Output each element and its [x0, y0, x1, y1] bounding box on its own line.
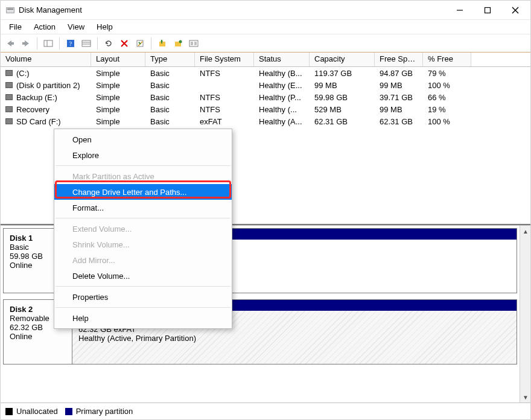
volume-row[interactable]: (C:) Simple Basic NTFS Healthy (B... 119…	[1, 67, 530, 79]
toolbar-separator	[37, 37, 37, 49]
actions-list-button[interactable]	[79, 36, 94, 51]
disk-management-window: Disk Management File Action View Help ?	[0, 0, 531, 420]
col-header-status[interactable]: Status	[254, 52, 310, 66]
swatch-unallocated	[5, 408, 13, 415]
toolbar-icon-2[interactable]	[171, 36, 185, 51]
cell-pfree: 79 %	[423, 68, 471, 78]
toolbar-icon-3[interactable]	[186, 36, 201, 51]
volume-list-header: Volume Layout Type File System Status Ca…	[1, 52, 530, 67]
svg-rect-13	[82, 40, 91, 46]
cell-capacity: 119.37 GB	[310, 68, 375, 78]
menu-action[interactable]: Action	[28, 21, 62, 33]
cell-layout: Simple	[91, 104, 145, 115]
cell-pfree: 19 %	[423, 104, 471, 115]
cell-type: Basic	[145, 104, 195, 115]
ctx-change-drive-letter[interactable]: Change Drive Letter and Paths...	[54, 184, 232, 200]
forward-button[interactable]	[19, 36, 33, 51]
col-header-layout[interactable]: Layout	[91, 52, 145, 66]
volume-name: (C:)	[16, 69, 30, 78]
col-header-freespace[interactable]: Free Spa...	[375, 52, 423, 66]
toolbar-icon-1[interactable]	[155, 36, 170, 51]
cell-free: 99 MB	[375, 104, 423, 115]
cell-layout: Simple	[91, 116, 145, 127]
scroll-up-icon[interactable]: ▲	[520, 226, 531, 237]
drive-icon	[5, 118, 13, 124]
legend-primary: Primary partition	[76, 407, 133, 416]
cell-pfree: 100 %	[423, 116, 471, 127]
cell-free: 62.31 GB	[375, 116, 423, 127]
drive-icon	[5, 70, 13, 76]
delete-button[interactable]	[117, 36, 132, 51]
cell-capacity: 99 MB	[310, 80, 375, 91]
maximize-button[interactable]	[474, 1, 501, 19]
drive-icon	[5, 82, 13, 88]
ctx-open[interactable]: Open	[54, 132, 232, 147]
show-hide-console-tree-button[interactable]	[41, 36, 56, 51]
menu-file[interactable]: File	[3, 21, 28, 33]
ctx-add-mirror: Add Mirror...	[54, 252, 232, 268]
volume-name: Recovery	[16, 105, 49, 114]
col-header-volume[interactable]: Volume	[1, 52, 91, 66]
ctx-separator	[56, 165, 231, 166]
ctx-delete-volume[interactable]: Delete Volume...	[54, 268, 232, 284]
volume-row[interactable]: Backup (E:) Simple Basic NTFS Healthy (P…	[1, 91, 530, 103]
col-header-capacity[interactable]: Capacity	[310, 52, 375, 66]
ctx-separator	[56, 286, 231, 287]
ctx-format[interactable]: Format...	[54, 200, 232, 215]
back-button[interactable]	[3, 36, 17, 51]
legend: Unallocated Primary partition	[1, 402, 530, 419]
cell-layout: Simple	[91, 80, 145, 91]
cell-fs: exFAT	[195, 116, 254, 127]
toolbar-separator	[59, 37, 60, 49]
cell-fs: NTFS	[195, 68, 254, 78]
cell-capacity: 529 MB	[310, 104, 375, 115]
cell-status: Healthy (B...	[254, 68, 310, 78]
col-header-filesystem[interactable]: File System	[195, 52, 254, 66]
close-button[interactable]	[501, 1, 529, 19]
toolbar-separator	[97, 37, 98, 49]
scroll-down-icon[interactable]: ▼	[520, 392, 531, 402]
cell-free: 99 MB	[375, 80, 423, 91]
cell-status: Healthy (...	[254, 104, 310, 115]
volume-name: (Disk 0 partition 2)	[16, 81, 80, 90]
cell-fs: NTFS	[195, 92, 254, 103]
refresh-button[interactable]	[101, 36, 116, 51]
ctx-properties[interactable]: Properties	[54, 289, 232, 305]
cell-capacity: 62.31 GB	[310, 116, 375, 127]
svg-rect-9	[44, 40, 52, 46]
cell-status: Healthy (P...	[254, 92, 310, 103]
menu-help[interactable]: Help	[91, 21, 119, 33]
drive-icon	[5, 106, 13, 112]
cell-status: Healthy (A...	[254, 116, 310, 127]
help-button[interactable]: ?	[63, 36, 78, 51]
ctx-explore[interactable]: Explore	[54, 147, 232, 163]
svg-rect-24	[191, 42, 193, 45]
vertical-scrollbar[interactable]: ▲ ▼	[520, 226, 530, 402]
minimize-button[interactable]	[446, 1, 474, 19]
svg-rect-8	[22, 42, 25, 45]
cell-free: 94.87 GB	[375, 68, 423, 78]
cell-type: Basic	[145, 68, 195, 78]
volume-row[interactable]: Recovery Simple Basic NTFS Healthy (... …	[1, 103, 530, 115]
menu-view[interactable]: View	[62, 21, 91, 33]
svg-rect-25	[194, 42, 197, 45]
cell-pfree: 66 %	[423, 92, 471, 103]
window-title: Disk Management	[19, 5, 446, 14]
properties-button[interactable]	[133, 36, 147, 51]
cell-layout: Simple	[91, 68, 145, 78]
ctx-shrink-volume: Shrink Volume...	[54, 237, 232, 252]
svg-point-22	[179, 40, 182, 43]
cell-layout: Simple	[91, 92, 145, 103]
ctx-separator	[56, 218, 231, 218]
volume-row[interactable]: SD Card (F:) Simple Basic exFAT Healthy …	[1, 115, 530, 127]
ctx-mark-partition-active: Mark Partition as Active	[54, 168, 232, 184]
ctx-separator	[56, 307, 231, 308]
col-header-type[interactable]: Type	[145, 52, 195, 66]
volume-name: Backup (E:)	[16, 93, 57, 102]
volume-row[interactable]: (Disk 0 partition 2) Simple Basic Health…	[1, 79, 530, 91]
col-header-pctfree[interactable]: % Free	[423, 52, 471, 66]
cell-type: Basic	[145, 92, 195, 103]
ctx-help[interactable]: Help	[54, 310, 232, 326]
cell-pfree: 100 %	[423, 80, 471, 91]
window-controls	[446, 1, 529, 19]
